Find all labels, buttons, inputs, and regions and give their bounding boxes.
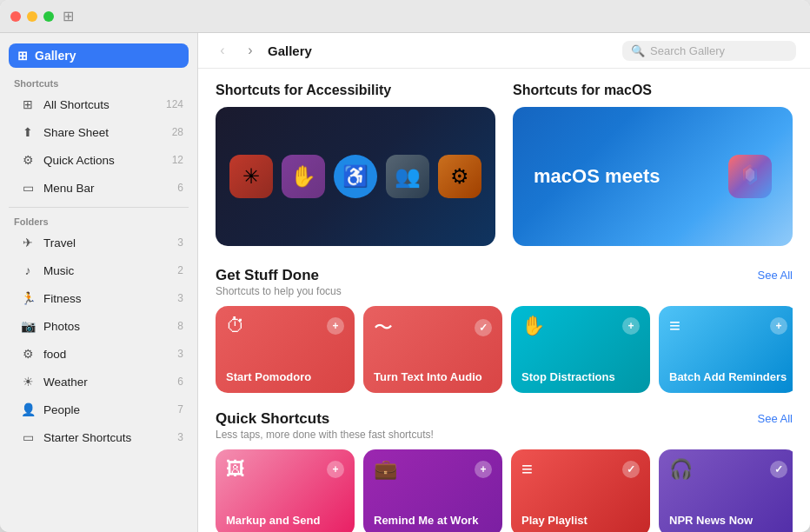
weather-count: 6 [177, 376, 183, 388]
text-audio-label: Turn Text Into Audio [374, 370, 492, 384]
share-sheet-count: 28 [172, 126, 183, 138]
hero-sections: Shortcuts for Accessibility ✳ ✋ ♿ 👥 ⚙ [216, 83, 793, 246]
gallery-label: Gallery [35, 49, 76, 63]
search-box: 🔍 [622, 41, 796, 61]
stop-distractions-action: + [622, 317, 640, 335]
sidebar-item-weather[interactable]: ☀ Weather 6 [5, 369, 192, 395]
music-count: 2 [177, 264, 183, 276]
search-input[interactable] [650, 44, 787, 57]
music-label: Music [43, 264, 177, 277]
card-play-playlist-top: ≡ ✓ [521, 458, 640, 481]
sidebar-toggle-icon[interactable]: ⊞ [63, 8, 74, 24]
sidebar-item-travel[interactable]: ✈ Travel 3 [5, 229, 192, 256]
remind-work-label: Remind Me at Work [374, 514, 492, 528]
play-playlist-label: Play Playlist [521, 514, 640, 528]
card-start-pomodoro[interactable]: ⏱ + Start Pomodoro [216, 306, 355, 393]
macos-section: Shortcuts for macOS macOS meets [513, 83, 793, 246]
starter-label: Starter Shortcuts [43, 431, 177, 444]
card-markup-send[interactable]: 🖼 + Markup and Send [216, 449, 355, 532]
acc-icon-settings: ⚙ [438, 155, 481, 198]
food-icon: ⚙ [19, 345, 37, 362]
travel-icon: ✈ [19, 234, 37, 251]
photos-label: Photos [43, 320, 177, 333]
card-remind-work-top: 💼 + [374, 458, 492, 481]
get-stuff-done-section: Get Stuff Done Shortcuts to help you foc… [216, 267, 793, 393]
weather-label: Weather [43, 376, 177, 389]
share-sheet-label: Share Sheet [43, 126, 172, 139]
people-count: 7 [177, 403, 183, 416]
macos-hero-card[interactable]: macOS meets [513, 107, 793, 246]
get-stuff-done-subtitle: Shortcuts to help you focus [216, 285, 342, 297]
get-stuff-done-title: Get Stuff Done [216, 267, 342, 284]
card-batch-add-reminders[interactable]: ≡ + Batch Add Reminders [659, 306, 793, 393]
close-button[interactable] [10, 11, 21, 22]
menu-bar-icon: ▭ [19, 179, 37, 196]
accessibility-hero-card[interactable]: ✳ ✋ ♿ 👥 ⚙ [216, 107, 495, 246]
batch-add-label: Batch Add Reminders [669, 370, 787, 384]
accessibility-icons: ✳ ✋ ♿ 👥 ⚙ [229, 155, 481, 198]
quick-shortcuts-subtitle: Less taps, more done with these fast sho… [216, 429, 434, 441]
menu-bar-label: Menu Bar [43, 182, 177, 195]
text-audio-action: ✓ [475, 319, 492, 336]
sidebar-divider [9, 207, 189, 208]
get-stuff-done-see-all-button[interactable]: See All [758, 269, 793, 282]
scroll-content[interactable]: Shortcuts for Accessibility ✳ ✋ ♿ 👥 ⚙ [198, 69, 810, 532]
maximize-button[interactable] [43, 11, 54, 22]
accessibility-section: Shortcuts for Accessibility ✳ ✋ ♿ 👥 ⚙ [216, 83, 495, 246]
card-npr-news-top: 🎧 ✓ [669, 458, 787, 481]
quick-shortcuts-header: Quick Shortcuts Less taps, more done wit… [216, 410, 793, 441]
page-title: Gallery [268, 43, 615, 58]
title-bar: ⊞ [0, 0, 810, 33]
sidebar-gallery-button[interactable]: ⊞ Gallery [9, 43, 189, 68]
minimize-button[interactable] [27, 11, 37, 22]
sidebar-item-share-sheet[interactable]: ⬆ Share Sheet 28 [5, 119, 192, 145]
play-playlist-icon: ≡ [521, 458, 533, 481]
sidebar-item-quick-actions[interactable]: ⚙ Quick Actions 12 [5, 147, 192, 173]
back-button[interactable]: ‹ [212, 40, 233, 61]
fitness-count: 3 [177, 292, 183, 304]
card-turn-text-audio[interactable]: 〜 ✓ Turn Text Into Audio [363, 306, 502, 393]
photos-count: 8 [177, 320, 183, 332]
play-playlist-action: ✓ [622, 461, 640, 478]
sidebar: ⊞ Gallery Shortcuts ⊞ All Shortcuts 124 … [0, 33, 198, 532]
menu-bar-count: 6 [177, 182, 183, 194]
card-stop-distractions[interactable]: ✋ + Stop Distractions [511, 306, 650, 393]
sidebar-item-people[interactable]: 👤 People 7 [5, 396, 192, 422]
sidebar-item-starter[interactable]: ▭ Starter Shortcuts 3 [5, 424, 192, 450]
people-icon: 👤 [19, 401, 37, 418]
starter-icon: ▭ [19, 429, 37, 446]
card-turn-text-audio-top: 〜 ✓ [374, 315, 492, 341]
macos-title: Shortcuts for macOS [513, 83, 793, 98]
card-play-playlist[interactable]: ≡ ✓ Play Playlist [511, 449, 650, 532]
card-stop-distractions-top: ✋ + [521, 315, 640, 337]
card-npr-news[interactable]: 🎧 ✓ NPR News Now [659, 449, 793, 532]
sidebar-item-food[interactable]: ⚙ food 3 [5, 341, 192, 367]
shortcuts-section-label: Shortcuts [0, 75, 197, 90]
macos-shortcuts-icon [728, 155, 772, 198]
all-shortcuts-count: 124 [166, 98, 183, 110]
get-stuff-done-cards: ⏱ + Start Pomodoro 〜 ✓ Turn Text Into Au… [216, 306, 793, 393]
traffic-lights [10, 11, 54, 22]
sidebar-item-all-shortcuts[interactable]: ⊞ All Shortcuts 124 [5, 91, 192, 117]
quick-actions-icon: ⚙ [19, 151, 37, 169]
food-label: food [43, 348, 177, 361]
sidebar-item-photos[interactable]: 📷 Photos 8 [5, 313, 192, 339]
get-stuff-done-header-left: Get Stuff Done Shortcuts to help you foc… [216, 267, 342, 297]
quick-shortcuts-see-all-button[interactable]: See All [758, 412, 793, 425]
fitness-label: Fitness [43, 292, 177, 305]
pomodoro-icon: ⏱ [226, 315, 245, 337]
sidebar-item-music[interactable]: ♪ Music 2 [5, 257, 192, 283]
remind-work-icon: 💼 [374, 458, 397, 481]
forward-button[interactable]: › [240, 40, 261, 61]
markup-send-action: + [327, 461, 344, 478]
remind-work-action: + [475, 461, 492, 478]
photos-icon: 📷 [19, 317, 37, 335]
sidebar-item-menu-bar[interactable]: ▭ Menu Bar 6 [5, 175, 192, 201]
sidebar-item-fitness[interactable]: 🏃 Fitness 3 [5, 285, 192, 311]
card-remind-work[interactable]: 💼 + Remind Me at Work [363, 449, 502, 532]
acc-icon-accessibility: ♿ [334, 155, 377, 198]
quick-shortcuts-header-left: Quick Shortcuts Less taps, more done wit… [216, 410, 434, 441]
main-layout: ⊞ Gallery Shortcuts ⊞ All Shortcuts 124 … [0, 33, 810, 532]
acc-icon-asterisk: ✳ [229, 155, 273, 198]
stop-distractions-label: Stop Distractions [521, 370, 640, 384]
